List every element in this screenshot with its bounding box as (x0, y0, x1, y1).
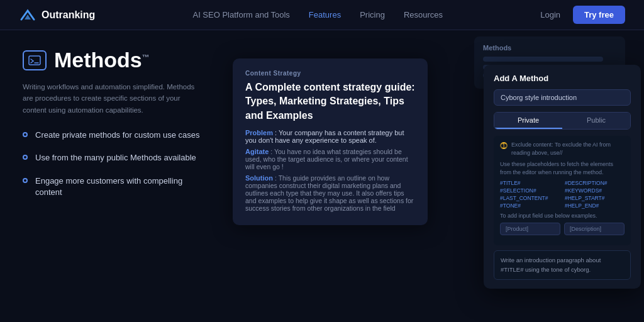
info-box: ⓵ Exclude content: To exclude the AI fro… (494, 136, 631, 245)
ph-last-content: #LAST_CONTENT# (500, 195, 560, 201)
card-title-large: A Complete content strategy guide: Types… (245, 80, 415, 123)
ph-selection: #SELECTION# (500, 187, 560, 194)
feature-dot-2 (23, 155, 28, 160)
methods-bar-1 (483, 57, 603, 62)
private-toggle[interactable]: Private (494, 113, 562, 129)
ph-title: #TITLE# (500, 180, 560, 186)
add-method-title: Add A Method (494, 74, 631, 83)
nav-features[interactable]: Features (309, 10, 341, 19)
ph-help-end: #HELP_END# (565, 203, 625, 209)
hero-description: Writing workflows and automation simplif… (23, 81, 199, 116)
warning-row: ⓵ Exclude content: To exclude the AI fro… (500, 141, 625, 157)
feature-text-3: Engage more customers with compelling co… (35, 175, 204, 198)
to-add-text: To add input field use below examples. (500, 213, 625, 219)
section-header: Methods™ (23, 48, 204, 72)
warning-icon: ⓵ (500, 142, 508, 150)
feature-dot-3 (23, 178, 28, 183)
methods-small-header: Methods (483, 44, 616, 52)
try-free-button[interactable]: Try free (573, 6, 625, 24)
placeholders-grid: #TITLE# #DESCRIPTION# #SELECTION# #KEYWO… (500, 180, 625, 209)
ph-tone: #TONE# (500, 203, 560, 209)
method-name-input[interactable]: Cyborg style introduction (494, 89, 631, 106)
add-method-card: Add A Method Cyborg style introduction P… (484, 65, 641, 289)
left-panel: Methods™ Writing workflows and automatio… (0, 30, 226, 322)
warning-text: Exclude content: To exclude the AI from … (511, 141, 625, 157)
navbar: Outranking AI SEO Platform and Tools Fea… (0, 0, 644, 30)
content-strategy-card: Content Strategy A Complete content stra… (233, 58, 428, 225)
feature-text-1: Create private methods for custom use ca… (35, 130, 200, 141)
visibility-toggle: Private Public (494, 112, 631, 130)
navbar-actions: Login Try free (540, 6, 625, 24)
solution-label: Solution : This guide provides an outlin… (245, 174, 415, 212)
feature-dot-1 (23, 132, 28, 137)
feature-item-2: Use from the many public Methods availab… (23, 152, 204, 164)
logo-icon (19, 8, 36, 22)
navbar-nav: AI SEO Platform and Tools Features Prici… (192, 10, 443, 19)
logo[interactable]: Outranking (19, 8, 95, 22)
agitate-label: Agitate : You have no idea what strategi… (245, 148, 415, 170)
login-link[interactable]: Login (540, 10, 560, 19)
feature-list: Create private methods for custom use ca… (23, 130, 204, 198)
right-area: Methods Content Strategy A Complete cont… (226, 30, 644, 322)
card-tag: Content Strategy (245, 70, 415, 77)
ph-keywords: #KEYWORDS# (565, 187, 625, 194)
feature-item-3: Engage more customers with compelling co… (23, 175, 204, 198)
feature-item-1: Create private methods for custom use ca… (23, 130, 204, 141)
ph-description: #DESCRIPTION# (565, 180, 625, 186)
logo-text: Outranking (42, 9, 95, 21)
method-textarea[interactable]: Write an introduction paragraph about #T… (494, 250, 631, 280)
problem-label: Problem : Your company has a content str… (245, 129, 415, 144)
nav-ai-seo[interactable]: AI SEO Platform and Tools (192, 10, 289, 19)
page-title: Methods™ (54, 48, 150, 72)
helper-text: Use these placeholders to fetch the elem… (500, 160, 625, 176)
feature-text-2: Use from the many public Methods availab… (35, 152, 196, 164)
product-input[interactable]: [Product] (500, 223, 560, 235)
terminal-icon (23, 50, 47, 70)
ph-help-start: #HELP_START# (565, 195, 625, 201)
main-content: Methods™ Writing workflows and automatio… (0, 30, 644, 322)
nav-resources[interactable]: Resources (404, 10, 443, 19)
public-toggle[interactable]: Public (562, 113, 630, 129)
description-input[interactable]: [Description] (564, 223, 625, 235)
svg-rect-0 (29, 56, 40, 65)
nav-pricing[interactable]: Pricing (360, 10, 385, 19)
placeholder-input-row: [Product] [Description] (500, 223, 625, 235)
